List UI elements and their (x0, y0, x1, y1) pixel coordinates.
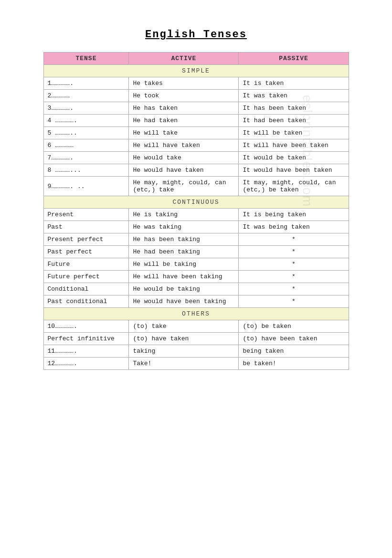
passive-cell: (to) have been taken (239, 333, 349, 345)
tense-cell: Future perfect (43, 271, 129, 283)
tense-cell: 11……………. (43, 345, 129, 358)
tense-cell: Future (43, 258, 129, 271)
tense-cell: 12……………. (43, 358, 129, 370)
page-title: English Tenses (145, 29, 247, 41)
tense-cell: Past conditional (43, 295, 129, 308)
active-cell: He will have been taking (129, 271, 239, 283)
tense-cell: Present perfect (43, 233, 129, 246)
active-cell: He will have taken (129, 139, 239, 152)
table-row: 5 …………..He will takeIt will be taken (43, 127, 349, 139)
header-passive: PASSIVE (239, 53, 349, 65)
table-row: 3…………….He has takenIt has been taken (43, 102, 349, 115)
tense-cell: Past perfect (43, 246, 129, 258)
tense-cell: Conditional (43, 283, 129, 295)
table-row: 8 …………...He would have takenIt would hav… (43, 164, 349, 177)
table-row: 11…………….takingbeing taken (43, 345, 349, 358)
section-label: OTHERS (43, 308, 349, 320)
passive-cell: * (239, 283, 349, 295)
passive-cell: * (239, 233, 349, 246)
table-row: PastHe was takingIt was being taken (43, 221, 349, 233)
table-row: Past perfectHe had been taking* (43, 246, 349, 258)
active-cell: (to) take (129, 320, 239, 333)
active-cell: Take! (129, 358, 239, 370)
table-row: Perfect infinitive(to) have taken(to) ha… (43, 333, 349, 345)
active-cell: He has been taking (129, 233, 239, 246)
table-row: Future perfectHe will have been taking* (43, 271, 349, 283)
passive-cell: It had been taken (239, 115, 349, 127)
passive-cell: * (239, 246, 349, 258)
table-row: 9……………. ..He may, might, could, can (etc… (43, 177, 349, 196)
tense-cell: Perfect infinitive (43, 333, 129, 345)
passive-cell: being taken (239, 345, 349, 358)
table-row: 6 ……………He will have takenIt will have be… (43, 139, 349, 152)
tense-cell: 10……………. (43, 320, 129, 333)
active-cell: He may, might, could, can (etc,) take (129, 177, 239, 196)
section-label: CONTINUOUS (43, 196, 349, 209)
passive-cell: It is taken (239, 77, 349, 90)
active-cell: He has taken (129, 102, 239, 115)
tense-cell: 5 ………….. (43, 127, 129, 139)
tense-cell: 2…………… (43, 90, 129, 102)
table-row: Present perfectHe has been taking* (43, 233, 349, 246)
tense-cell: 6 …………… (43, 139, 129, 152)
passive-cell: * (239, 295, 349, 308)
tense-cell: 3……………. (43, 102, 129, 115)
tense-cell: Present (43, 209, 129, 221)
table-row: 1…………….He takesIt is taken (43, 77, 349, 90)
table-row: ConditionalHe would be taking* (43, 283, 349, 295)
tense-cell: 8 …………... (43, 164, 129, 177)
tenses-table: TENSE ACTIVE PASSIVE SIMPLE1…………….He tak… (43, 52, 349, 370)
passive-cell: It was being taken (239, 221, 349, 233)
active-cell: He would take (129, 152, 239, 164)
passive-cell: (to) be taken (239, 320, 349, 333)
tense-cell: 9……………. .. (43, 177, 129, 196)
active-cell: He was taking (129, 221, 239, 233)
tense-cell: Past (43, 221, 129, 233)
active-cell: He would be taking (129, 283, 239, 295)
table-row: FutureHe will be taking* (43, 258, 349, 271)
active-cell: He is taking (129, 209, 239, 221)
active-cell: He took (129, 90, 239, 102)
passive-cell: It will be taken (239, 127, 349, 139)
passive-cell: It was taken (239, 90, 349, 102)
section-label: SIMPLE (43, 65, 349, 77)
passive-cell: It would be taken (239, 152, 349, 164)
section-header: OTHERS (43, 308, 349, 320)
header-tense: TENSE (43, 53, 129, 65)
active-cell: (to) have taken (129, 333, 239, 345)
active-cell: He had taken (129, 115, 239, 127)
table-row: 12…………….Take!be taken! (43, 358, 349, 370)
passive-cell: It is being taken (239, 209, 349, 221)
tense-cell: 4 ……………. (43, 115, 129, 127)
active-cell: He will take (129, 127, 239, 139)
active-cell: He would have taken (129, 164, 239, 177)
passive-cell: * (239, 258, 349, 271)
section-header: SIMPLE (43, 65, 349, 77)
section-header: CONTINUOUS (43, 196, 349, 209)
table-row: 10…………….(to) take(to) be taken (43, 320, 349, 333)
passive-cell: be taken! (239, 358, 349, 370)
passive-cell: * (239, 271, 349, 283)
table-row: 4 …………….He had takenIt had been taken (43, 115, 349, 127)
passive-cell: It may, might, could, can (etc,) be take… (239, 177, 349, 196)
table-row: 2……………He tookIt was taken (43, 90, 349, 102)
active-cell: He will be taking (129, 258, 239, 271)
table-row: PresentHe is takingIt is being taken (43, 209, 349, 221)
active-cell: He takes (129, 77, 239, 90)
active-cell: He had been taking (129, 246, 239, 258)
passive-cell: It will have been taken (239, 139, 349, 152)
active-cell: taking (129, 345, 239, 358)
tense-cell: 7……………. (43, 152, 129, 164)
passive-cell: It would have been taken (239, 164, 349, 177)
active-cell: He would have been taking (129, 295, 239, 308)
tense-cell: 1……………. (43, 77, 129, 90)
table-row: 7…………….He would takeIt would be taken (43, 152, 349, 164)
passive-cell: It has been taken (239, 102, 349, 115)
header-active: ACTIVE (129, 53, 239, 65)
table-row: Past conditionalHe would have been takin… (43, 295, 349, 308)
